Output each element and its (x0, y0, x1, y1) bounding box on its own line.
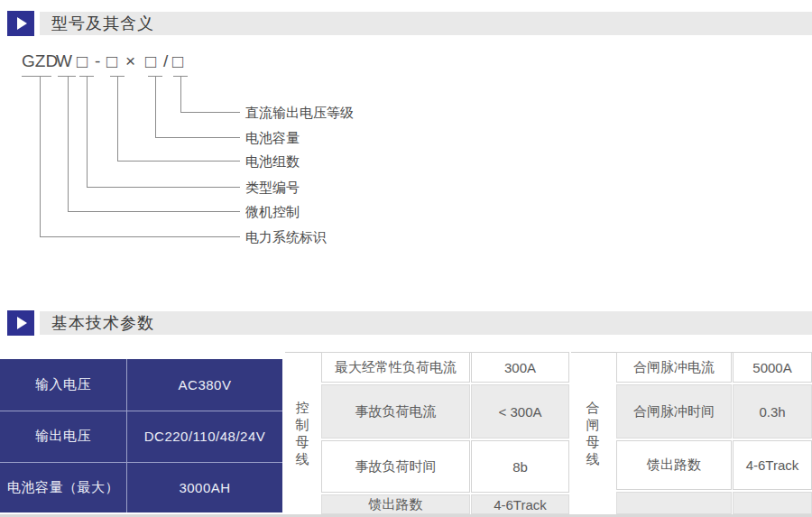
model-label-battery-capacity: 电池容量 (245, 130, 300, 145)
param-label: 事故负荷电流 (321, 384, 470, 439)
model-label-battery-groups: 电池组数 (245, 153, 300, 169)
param-value-empty (733, 492, 812, 514)
spec-value-output-voltage: DC220/110/48/24V (127, 411, 282, 462)
model-part-box1: □ (77, 51, 88, 71)
model-part-box3: □ (145, 51, 156, 71)
param-label: 馈出路数 (616, 440, 732, 490)
param-label: 馈出路数 (321, 494, 470, 514)
play-triangle-icon (17, 317, 27, 329)
section2-title: 基本技术参数 (51, 312, 154, 334)
param-label: 合闸脉冲电流 (616, 352, 732, 383)
model-part-box4: □ (172, 51, 183, 71)
section1-header-marker (7, 11, 34, 36)
param-label: 合闸脉冲时间 (616, 384, 732, 439)
control-bus-vertical-header: 控制母线 (295, 399, 309, 467)
spec-value-input-voltage: AC380V (127, 359, 282, 411)
param-value: 4-6Track (733, 440, 812, 490)
connector-line (40, 236, 240, 237)
model-part-times: × (125, 51, 135, 71)
model-label-mcu-control: 微机控制 (245, 204, 300, 219)
connector-bar (58, 76, 76, 77)
connector-line (40, 76, 41, 236)
param-value: 8b (471, 440, 569, 493)
model-part-slash: / (163, 51, 168, 71)
param-label: 事故负荷时间 (321, 440, 470, 493)
spec-value-battery-capacity: 3000AH (127, 462, 282, 512)
model-part-box2: □ (106, 51, 117, 71)
connector-line (87, 76, 88, 187)
param-value: < 300A (471, 384, 569, 439)
param-label: 最大经常性负荷电流 (321, 352, 470, 383)
section2-header-marker (7, 310, 34, 336)
param-value: 300A (471, 352, 569, 383)
model-part-gzd: GZD (22, 51, 58, 71)
param-value: 5000A (733, 352, 812, 383)
connector-line (68, 76, 69, 211)
param-value: 0.3h (733, 384, 812, 439)
spec-label-output-voltage: 输出电压 (0, 411, 126, 462)
connector-line (87, 187, 240, 188)
model-part-w: W (56, 51, 72, 71)
model-label-power-system-id: 电力系统标识 (245, 229, 327, 245)
model-part-dash: - (95, 51, 100, 71)
section2-header-bar: 基本技术参数 (40, 311, 812, 335)
connector-line (180, 76, 181, 112)
spec-label-input-voltage: 输入电压 (0, 359, 126, 411)
spec-label-battery-capacity: 电池容量（最大） (0, 462, 126, 512)
connector-line (117, 76, 118, 161)
section1-header-bar: 型号及其含义 (40, 12, 812, 35)
connector-bar (22, 76, 51, 77)
model-label-type-number: 类型编号 (245, 180, 300, 195)
connector-line (117, 161, 240, 162)
param-value: 4-6Track (471, 494, 569, 514)
connector-line (155, 76, 156, 137)
connector-line (68, 211, 240, 212)
connector-line (155, 137, 240, 138)
section1-title: 型号及其含义 (51, 13, 154, 34)
closing-bus-vertical-header: 合闸母线 (586, 399, 600, 467)
model-label-dc-voltage: 直流输出电压等级 (245, 105, 354, 120)
connector-line (180, 112, 240, 113)
param-label-empty (616, 492, 732, 514)
play-triangle-icon (17, 17, 27, 30)
